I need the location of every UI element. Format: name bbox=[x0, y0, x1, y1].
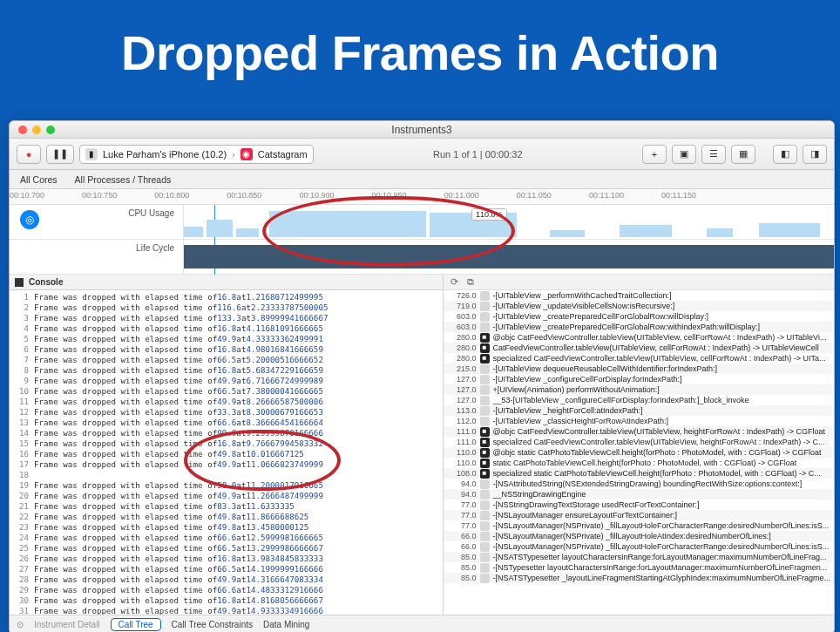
stack-row[interactable]: 113.0-[UITableView _heightForCell:atInde… bbox=[444, 405, 835, 416]
console-line: 17Frame was dropped with elapsed time of… bbox=[13, 459, 439, 470]
stack-symbol: -[NSLayoutManager(NSPrivate) _fillLayout… bbox=[493, 531, 771, 541]
calltree-constraints-button[interactable]: Call Tree Constraints bbox=[172, 620, 253, 629]
refresh-icon[interactable]: ⟳ bbox=[450, 276, 458, 288]
console-line: 11Frame was dropped with elapsed time of… bbox=[13, 397, 439, 407]
console-line: 3Frame was dropped with elapsed time of … bbox=[13, 313, 439, 323]
stack-row[interactable]: 280.0■@objc CatFeedViewController.tableV… bbox=[444, 332, 835, 343]
stack-row[interactable]: 127.0__53-[UITableView _configureCellFor… bbox=[444, 395, 835, 405]
stack-symbol: -[NSStringDrawingTextStorage usedRectFor… bbox=[493, 499, 700, 510]
copy-icon[interactable]: ⧉ bbox=[467, 276, 474, 288]
stack-row[interactable]: 127.0+[UIView(Animation) performWithoutA… bbox=[444, 384, 835, 395]
console-line: 16Frame was dropped with elapsed time of… bbox=[13, 449, 439, 459]
stack-row[interactable]: 108.0■specialized static CatPhotoTableVi… bbox=[444, 468, 835, 479]
user-symbol-icon: ■ bbox=[480, 438, 490, 447]
filter-icon[interactable]: ⊙ bbox=[17, 620, 24, 629]
stack-symbol: -[NSATSTypesetter layoutCharactersInRang… bbox=[493, 552, 827, 562]
time-ruler[interactable]: 00:10.70000:10.75000:10.80000:10.85000:1… bbox=[10, 189, 834, 205]
stack-symbol: @objc CatFeedViewController.tableView(UI… bbox=[493, 426, 826, 437]
view-button[interactable]: ▦ bbox=[731, 145, 755, 164]
stack-symbol: +[UIView(Animation) performWithoutAnimat… bbox=[493, 384, 660, 395]
stack-row[interactable]: 85.0-[NSATSTypesetter layoutCharactersIn… bbox=[444, 552, 835, 562]
stack-row[interactable]: 719.0-[UITableView _updateVisibleCellsNo… bbox=[444, 301, 835, 311]
console-line: 31Frame was dropped with elapsed time of… bbox=[13, 606, 439, 615]
data-mining-button[interactable]: Data Mining bbox=[263, 620, 309, 629]
cpu-track[interactable]: ◎ CPU Usage 110.0% bbox=[10, 205, 834, 240]
stack-symbol: -[NSLayoutManager(NSPrivate) _fillLayout… bbox=[493, 541, 830, 552]
lifecycle-track[interactable]: Life Cycle bbox=[10, 240, 834, 275]
stack-row[interactable]: 85.0-[NSTypesetter layoutCharactersInRan… bbox=[444, 562, 835, 573]
process-label: Catstagram bbox=[258, 149, 308, 160]
console-line: 5Frame was dropped with elapsed time of … bbox=[13, 334, 439, 344]
bottom-bar: ⊙ Instrument Detail Call Tree Call Tree … bbox=[10, 615, 834, 632]
user-symbol-icon: ■ bbox=[480, 333, 490, 343]
target-device[interactable]: ▮ Luke Parham's iPhone (10.2) › ◉ Catsta… bbox=[79, 145, 314, 164]
console-line: 26Frame was dropped with elapsed time of… bbox=[13, 554, 439, 564]
console-line: 14Frame was dropped with elapsed time of… bbox=[13, 428, 439, 438]
console-line: 2Frame was dropped with elapsed time of … bbox=[13, 302, 439, 313]
console-body[interactable]: 1Frame was dropped with elapsed time of … bbox=[10, 290, 443, 615]
stack-row[interactable]: 127.0-[UITableView _configureCellForDisp… bbox=[444, 374, 835, 384]
stack-row[interactable]: 111.0■specialized CatFeedViewController.… bbox=[444, 437, 835, 447]
stack-row[interactable]: 280.0■specialized CatFeedViewController.… bbox=[444, 353, 835, 364]
user-symbol-icon: ■ bbox=[480, 459, 490, 468]
stack-row[interactable]: 94.0-[NSAttributedString(NSExtendedStrin… bbox=[444, 479, 835, 489]
console-line: 24Frame was dropped with elapsed time of… bbox=[13, 533, 439, 543]
add-instrument-button[interactable]: + bbox=[642, 145, 667, 164]
console-line: 4Frame was dropped with elapsed time of … bbox=[13, 323, 439, 334]
system-symbol-icon bbox=[480, 323, 490, 332]
stack-row[interactable]: 726.0-[UITableView _performWithCachedTra… bbox=[444, 290, 835, 301]
record-button[interactable]: ● bbox=[17, 145, 41, 164]
detail-filter[interactable]: Instrument Detail bbox=[34, 620, 100, 629]
system-symbol-icon bbox=[480, 479, 490, 489]
strategy-button[interactable]: ▣ bbox=[672, 145, 696, 164]
stack-body[interactable]: 726.0-[UITableView _performWithCachedTra… bbox=[444, 290, 835, 615]
system-symbol-icon bbox=[480, 364, 490, 374]
stack-row[interactable]: 111.0■@objc CatFeedViewController.tableV… bbox=[444, 426, 835, 437]
system-symbol-icon bbox=[480, 542, 490, 552]
stack-row[interactable]: 603.0-[UITableView _createPreparedCellFo… bbox=[444, 311, 835, 322]
processes-filter[interactable]: All Processes / Threads bbox=[75, 174, 172, 185]
stack-row[interactable]: 603.0-[UITableView _createPreparedCellFo… bbox=[444, 322, 835, 332]
stack-row[interactable]: 77.0-[NSStringDrawingTextStorage usedRec… bbox=[444, 499, 835, 510]
phone-icon: ▮ bbox=[85, 148, 98, 160]
ruler-tick: 00:11.100 bbox=[589, 191, 624, 200]
console-header: Console bbox=[10, 275, 443, 290]
stack-row[interactable]: 94.0__NSStringDrawingEngine bbox=[444, 489, 835, 499]
console-line: 25Frame was dropped with elapsed time of… bbox=[13, 543, 439, 554]
system-symbol-icon bbox=[480, 417, 490, 426]
system-symbol-icon bbox=[480, 375, 490, 384]
app-icon: ◉ bbox=[240, 148, 253, 160]
system-symbol-icon bbox=[480, 521, 490, 531]
stack-row[interactable]: 66.0-[NSLayoutManager(NSPrivate) _fillLa… bbox=[444, 541, 835, 552]
system-symbol-icon bbox=[480, 302, 490, 311]
stack-row[interactable]: 85.0-[NSATSTypesetter _layoutLineFragmen… bbox=[444, 573, 835, 583]
stack-row[interactable]: 77.0-[NSLayoutManager(NSPrivate) _fillLa… bbox=[444, 520, 835, 531]
stack-row[interactable]: 112.0-[UITableView _classicHeightForRowA… bbox=[444, 416, 835, 426]
ruler-tick: 00:11.050 bbox=[517, 191, 552, 200]
stack-row[interactable]: 77.0-[NSLayoutManager ensureLayoutForTex… bbox=[444, 510, 835, 520]
stack-row[interactable]: 280.0■CatFeedViewController.tableView(UI… bbox=[444, 343, 835, 353]
left-pane-button[interactable]: ◧ bbox=[773, 145, 797, 164]
stack-pane: ⟳ ⧉ 726.0-[UITableView _performWithCache… bbox=[444, 275, 835, 615]
ruler-tick: 00:11.000 bbox=[444, 191, 479, 200]
stack-row[interactable]: 110.0■@objc static CatPhotoTableViewCell… bbox=[444, 447, 835, 458]
cpu-value-callout: 110.0% bbox=[471, 208, 507, 221]
cpu-icon: ◎ bbox=[20, 210, 39, 229]
ruler-tick: 00:11.150 bbox=[661, 191, 696, 200]
stack-row[interactable]: 215.0-[UITableView dequeueReusableCellWi… bbox=[444, 364, 835, 374]
stack-row[interactable]: 110.0■static CatPhotoTableViewCell.heigh… bbox=[444, 458, 835, 468]
cores-filter[interactable]: All Cores bbox=[20, 174, 58, 185]
stack-symbol: -[UITableView _classicHeightForRowAtInde… bbox=[493, 416, 668, 426]
stack-row[interactable]: 66.0-[NSLayoutManager(NSPrivate) _fillLa… bbox=[444, 531, 835, 541]
user-symbol-icon: ■ bbox=[480, 427, 490, 437]
right-pane-button[interactable]: ◨ bbox=[803, 145, 827, 164]
library-button[interactable]: ☰ bbox=[701, 145, 726, 164]
user-symbol-icon: ■ bbox=[480, 448, 490, 458]
system-symbol-icon bbox=[480, 490, 490, 499]
console-line: 7Frame was dropped with elapsed time of … bbox=[13, 355, 439, 365]
calltree-button[interactable]: Call Tree bbox=[111, 618, 161, 631]
toolbar: ● ❚❚ ▮ Luke Parham's iPhone (10.2) › ◉ C… bbox=[10, 139, 834, 170]
console-line: 27Frame was dropped with elapsed time of… bbox=[13, 564, 439, 574]
console-line: 28Frame was dropped with elapsed time of… bbox=[13, 574, 439, 585]
pause-button[interactable]: ❚❚ bbox=[46, 145, 74, 164]
